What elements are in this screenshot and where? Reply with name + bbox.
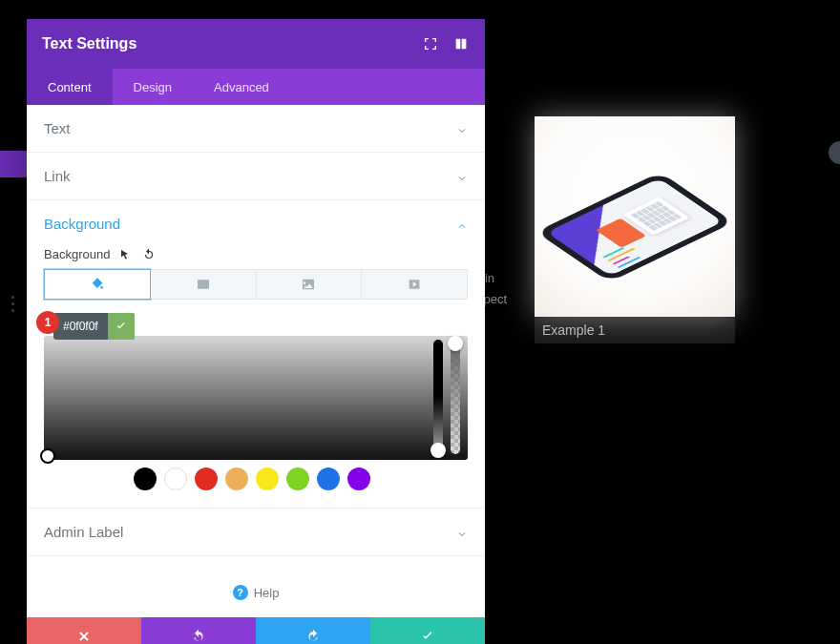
tab-content[interactable]: Content: [27, 69, 113, 105]
panel-title: Text Settings: [42, 35, 136, 52]
panel-header: Text Settings: [27, 19, 485, 69]
step-badge: 1: [36, 311, 59, 334]
preview-card: Example 1: [535, 116, 735, 343]
text-settings-panel: Text Settings Content Design Advanced Te…: [27, 19, 485, 644]
tab-design[interactable]: Design: [113, 69, 193, 105]
section-title: Admin Label: [44, 524, 123, 540]
help-link[interactable]: ? Help: [233, 585, 280, 600]
preview-caption: Example 1: [535, 317, 735, 343]
section-admin-label[interactable]: Admin Label: [27, 509, 485, 556]
panel-footer: [27, 617, 485, 644]
help-label: Help: [254, 586, 280, 600]
swatch[interactable]: [195, 467, 218, 490]
swatch[interactable]: [164, 467, 187, 490]
swatch[interactable]: [256, 467, 279, 490]
section-background: Background Background: [27, 200, 485, 509]
hex-input-row: #0f0f0f: [53, 313, 135, 340]
hex-value[interactable]: #0f0f0f: [53, 320, 108, 333]
video-icon: [407, 278, 422, 291]
image-icon: [301, 278, 316, 291]
section-title: Link: [44, 168, 71, 184]
bg-tab-color[interactable]: [44, 269, 151, 300]
hue-slider[interactable]: [433, 340, 443, 454]
background-label: Background: [44, 247, 110, 261]
swatch[interactable]: [225, 467, 248, 490]
alpha-handle[interactable]: [448, 336, 463, 351]
columns-icon[interactable]: [452, 35, 470, 52]
color-saturation-area[interactable]: [44, 336, 468, 460]
swatch[interactable]: [286, 467, 309, 490]
undo-button[interactable]: [141, 617, 256, 644]
alpha-slider[interactable]: [451, 340, 460, 454]
chevron-down-icon: [456, 527, 468, 538]
preview-image[interactable]: [535, 116, 735, 317]
section-text[interactable]: Text: [27, 105, 485, 153]
hue-handle[interactable]: [430, 443, 446, 458]
cursor-icon[interactable]: [119, 248, 133, 261]
chevron-down-icon: [456, 171, 468, 182]
help-row: ? Help: [27, 556, 485, 617]
redo-button[interactable]: [256, 617, 370, 644]
swatch[interactable]: [347, 467, 370, 490]
paint-bucket-icon: [90, 278, 105, 291]
bg-tab-video[interactable]: [362, 269, 468, 300]
reset-icon[interactable]: [142, 248, 156, 261]
gradient-icon: [196, 278, 211, 291]
section-title: Background: [44, 216, 120, 232]
bg-tab-image[interactable]: [257, 269, 363, 300]
swatch[interactable]: [317, 467, 340, 490]
chevron-down-icon: [456, 123, 468, 135]
background-type-tabs: [44, 269, 468, 300]
section-link[interactable]: Link: [27, 153, 485, 200]
right-edge-handle[interactable]: [829, 141, 840, 164]
section-title: Text: [44, 120, 71, 136]
cancel-button[interactable]: [27, 617, 141, 644]
help-icon: ?: [233, 585, 248, 600]
swatch[interactable]: [134, 467, 157, 490]
tab-advanced[interactable]: Advanced: [193, 69, 290, 105]
tabs: Content Design Advanced: [27, 69, 485, 105]
section-background-toggle[interactable]: Background: [27, 200, 485, 247]
chevron-up-icon: [456, 218, 468, 230]
focus-icon[interactable]: [422, 35, 439, 52]
confirm-color-button[interactable]: [108, 313, 135, 340]
save-button[interactable]: [370, 617, 485, 644]
swatch-row: [44, 467, 468, 490]
bg-tab-gradient[interactable]: [151, 269, 257, 300]
